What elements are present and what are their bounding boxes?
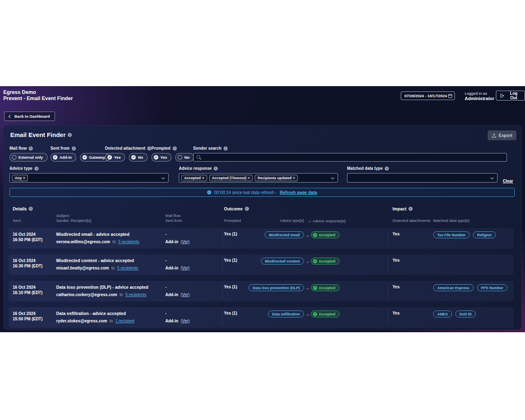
advice-response-chip[interactable]: Accepted	[311, 284, 340, 291]
advice-response-chip[interactable]: Accepted	[311, 231, 340, 238]
remove-chip-icon[interactable]	[202, 176, 204, 180]
advice-response-select[interactable]: Accepted Accepted (Timeout) Recipients u…	[179, 173, 338, 183]
info-icon[interactable]	[214, 167, 218, 171]
info-icon[interactable]	[385, 167, 389, 171]
matched-data-chips: Tax File Number Religion	[433, 231, 496, 238]
version-link[interactable]: (Ver)	[180, 266, 189, 270]
filter-chip[interactable]: Accepted	[181, 175, 207, 181]
filter-chip[interactable]: Any	[12, 175, 28, 181]
info-icon[interactable]	[173, 146, 177, 151]
sender-email: verona.willms@egress.com	[56, 240, 110, 244]
detected-attachment-label: Detected attachment	[105, 146, 151, 151]
remove-chip-icon[interactable]	[248, 176, 250, 180]
sender-search-input[interactable]	[193, 153, 507, 162]
column-divider	[388, 231, 388, 246]
advice-type-chip[interactable]: Data exfiltration	[268, 310, 304, 317]
version-link[interactable]: (Ver)	[180, 240, 189, 244]
info-icon[interactable]	[409, 207, 413, 211]
add-in-label: Add-In	[59, 155, 72, 160]
info-icon[interactable]	[29, 146, 33, 151]
event-sent: 16 Oct 2024 15:50 PM (EDT)	[13, 311, 43, 322]
recipients-link[interactable]: 5 recipients	[126, 292, 146, 297]
filter-chip[interactable]: Accepted (Timeout)	[209, 175, 253, 181]
back-label: Back to Dashboard	[14, 114, 50, 119]
sent-from-value: Add-in	[165, 292, 178, 297]
column-divider	[388, 283, 388, 299]
calendar-icon	[448, 94, 452, 98]
prompted-no-toggle[interactable]: No	[175, 153, 194, 162]
export-label: Export	[499, 133, 512, 138]
check-icon	[53, 155, 57, 160]
detected-attachment-no-toggle[interactable]: No	[129, 153, 148, 162]
logged-in-user: Administrator	[465, 96, 494, 101]
advice-response-chip-label: Accepted	[319, 312, 336, 316]
sent-from-value: Add-in	[165, 240, 178, 244]
event-row[interactable]: 16 Oct 2024 16:10 PM (EDT) Data loss pre…	[9, 281, 514, 301]
arrow-right-icon	[305, 285, 310, 290]
remove-chip-icon[interactable]	[293, 176, 295, 180]
info-icon[interactable]	[34, 167, 39, 171]
check-icon	[131, 155, 136, 160]
advice-type-chip-label: Data loss prevention (DLP)	[253, 286, 300, 290]
info-icon[interactable]	[224, 146, 228, 151]
matched-data-chip[interactable]: DoD ID	[455, 310, 476, 317]
matched-data-chip[interactable]: Religion	[473, 231, 496, 238]
advice-type-label-text: Advice type	[9, 166, 32, 171]
sender-search-label: Sender search	[193, 146, 507, 151]
matched-data-chip-label: AMEX	[437, 312, 448, 316]
recipients-link[interactable]: 1 recipient	[115, 319, 134, 323]
matched-data-chip[interactable]: PPS Number	[477, 284, 508, 291]
details-group-label: Details	[13, 206, 27, 211]
recipients-link[interactable]: 5 recipients	[117, 266, 138, 270]
matched-data-chip[interactable]: Tax File Number	[433, 231, 470, 238]
matched-data-chip[interactable]: AMEX	[433, 310, 452, 317]
info-icon[interactable]	[72, 146, 76, 151]
event-detected: Yes	[393, 232, 399, 236]
refresh-banner: 00:00:14 since last data refresh - Refre…	[9, 188, 515, 197]
refresh-page-data-link[interactable]: Refresh page data	[280, 190, 317, 195]
chevron-left-icon	[9, 114, 12, 118]
advice-response-chip[interactable]: Accepted	[311, 310, 340, 317]
date-range-picker[interactable]: 07/20/2024 - 10/17/2024	[401, 91, 455, 100]
version-link[interactable]: (Ver)	[180, 319, 189, 323]
back-to-dashboard-button[interactable]: Back to Dashboard	[4, 112, 55, 121]
col-sender-recipients: Sender, Recipient[s]	[56, 218, 91, 223]
detected-attachment-yes-toggle[interactable]: Yes	[105, 153, 125, 162]
filter-chip[interactable]: Recipients updated	[255, 175, 298, 181]
recipients-link[interactable]: 5 recipients	[118, 240, 139, 244]
info-icon[interactable]	[245, 207, 249, 211]
advice-type-chip[interactable]: Misdirected content	[261, 258, 304, 265]
chevron-down-icon	[162, 176, 165, 179]
version-link[interactable]: (Ver)	[180, 292, 189, 297]
matched-data-chip[interactable]: American Express	[433, 284, 474, 291]
info-icon[interactable]	[68, 133, 72, 137]
advice-type-chip[interactable]: Misdirected email	[265, 231, 304, 238]
event-time: 15:50 PM (EDT)	[13, 316, 43, 322]
event-row[interactable]: 16 Oct 2024 16:50 PM (EDT) Misdirected e…	[9, 228, 514, 249]
external-only-toggle[interactable]: External only	[9, 153, 48, 162]
clear-filters-link[interactable]: Clear	[503, 179, 513, 183]
advice-response-chip[interactable]: Accepted	[311, 258, 340, 265]
col-matched-data-types: Matched data type[s]	[433, 218, 469, 223]
event-row[interactable]: 16 Oct 2024 15:50 PM (EDT) Data exfiltra…	[9, 307, 514, 328]
export-button[interactable]: Export	[488, 130, 516, 140]
info-icon[interactable]	[147, 146, 151, 151]
filter-chip-label: Any	[15, 176, 22, 180]
filter-chip-label: Recipients updated	[258, 176, 292, 180]
logout-icon	[500, 94, 504, 98]
info-icon[interactable]	[29, 207, 33, 211]
column-divider	[388, 257, 388, 272]
sender-search-label-text: Sender search	[193, 146, 221, 151]
logout-button[interactable]: Log Out	[496, 91, 525, 100]
page-title: Prevent - Email Event Finder	[3, 96, 73, 102]
prompted-label-text: Prompted	[151, 146, 171, 151]
matched-data-type-select[interactable]	[347, 173, 498, 183]
detected-attachment-label-text: Detected attachment	[105, 146, 145, 151]
remove-chip-icon[interactable]	[23, 176, 25, 180]
event-row[interactable]: 16 Oct 2024 16:30 PM (EDT) Misdirected c…	[9, 254, 514, 275]
advice-type-chip[interactable]: Data loss prevention (DLP)	[249, 284, 304, 291]
add-in-toggle[interactable]: Add-In	[50, 153, 76, 162]
event-prompted: Yes (1)	[224, 285, 237, 289]
advice-type-select[interactable]: Any	[9, 173, 169, 183]
prompted-yes-toggle[interactable]: Yes	[151, 153, 171, 162]
